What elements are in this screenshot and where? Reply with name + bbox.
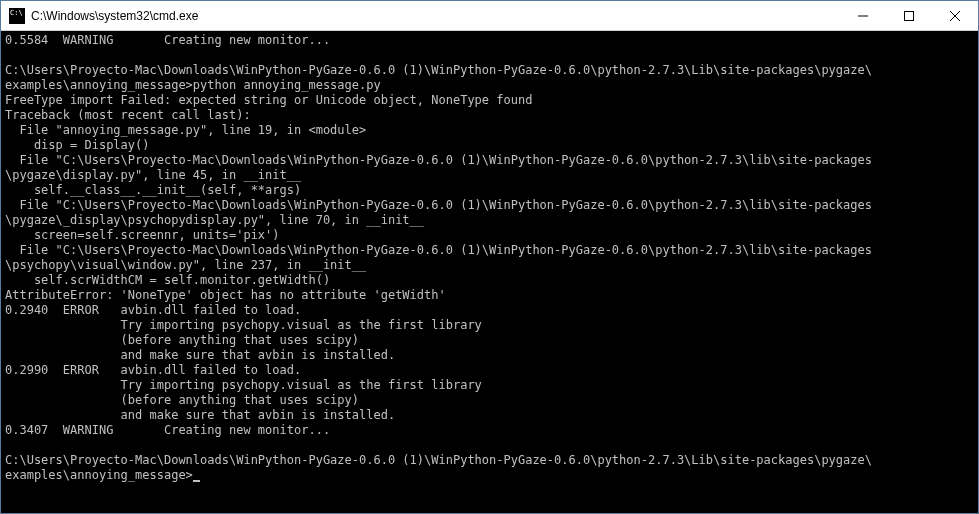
terminal-line: Traceback (most recent call last): <box>5 108 974 123</box>
terminal-line: AttributeError: 'NoneType' object has no… <box>5 288 974 303</box>
terminal-line: File "annoying_message.py", line 19, in … <box>5 123 974 138</box>
terminal-line: C:\Users\Proyecto-Mac\Downloads\WinPytho… <box>5 63 974 78</box>
maximize-icon <box>904 11 914 21</box>
terminal-line: C:\Users\Proyecto-Mac\Downloads\WinPytho… <box>5 453 974 468</box>
terminal-line: and make sure that avbin is installed. <box>5 408 974 423</box>
terminal-line: Try importing psychopy.visual as the fir… <box>5 318 974 333</box>
terminal-line: \pygaze\display.py", line 45, in __init_… <box>5 168 974 183</box>
close-button[interactable] <box>932 1 978 30</box>
close-icon <box>950 11 960 21</box>
terminal-line: screen=self.screennr, units='pix') <box>5 228 974 243</box>
terminal-line: File "C:\Users\Proyecto-Mac\Downloads\Wi… <box>5 243 974 258</box>
terminal-line: self.__class__.__init__(self, **args) <box>5 183 974 198</box>
cmd-icon <box>9 8 25 24</box>
terminal-line: 0.5584 WARNING Creating new monitor... <box>5 33 974 48</box>
cursor <box>193 480 200 482</box>
terminal-line: disp = Display() <box>5 138 974 153</box>
terminal-line: FreeType import Failed: expected string … <box>5 93 974 108</box>
terminal-line: File "C:\Users\Proyecto-Mac\Downloads\Wi… <box>5 153 974 168</box>
terminal-line: (before anything that uses scipy) <box>5 333 974 348</box>
terminal-output[interactable]: 0.5584 WARNING Creating new monitor... C… <box>1 31 978 513</box>
terminal-line: examples\annoying_message>python annoyin… <box>5 78 974 93</box>
terminal-line: and make sure that avbin is installed. <box>5 348 974 363</box>
minimize-icon <box>858 11 868 21</box>
window-controls <box>840 1 978 30</box>
maximize-button[interactable] <box>886 1 932 30</box>
minimize-button[interactable] <box>840 1 886 30</box>
window-titlebar: C:\Windows\system32\cmd.exe <box>1 1 978 31</box>
terminal-line: \pygaze\_display\psychopydisplay.py", li… <box>5 213 974 228</box>
terminal-line: \psychopy\visual\window.py", line 237, i… <box>5 258 974 273</box>
prompt: examples\annoying_message> <box>5 468 193 482</box>
terminal-line: Try importing psychopy.visual as the fir… <box>5 378 974 393</box>
terminal-line <box>5 48 974 63</box>
svg-rect-1 <box>905 11 914 20</box>
terminal-line: File "C:\Users\Proyecto-Mac\Downloads\Wi… <box>5 198 974 213</box>
terminal-line: self.scrWidthCM = self.monitor.getWidth(… <box>5 273 974 288</box>
terminal-line: 0.3407 WARNING Creating new monitor... <box>5 423 974 438</box>
terminal-line: (before anything that uses scipy) <box>5 393 974 408</box>
terminal-line <box>5 438 974 453</box>
terminal-line: 0.2990 ERROR avbin.dll failed to load. <box>5 363 974 378</box>
window-title: C:\Windows\system32\cmd.exe <box>31 9 840 23</box>
terminal-line: 0.2940 ERROR avbin.dll failed to load. <box>5 303 974 318</box>
